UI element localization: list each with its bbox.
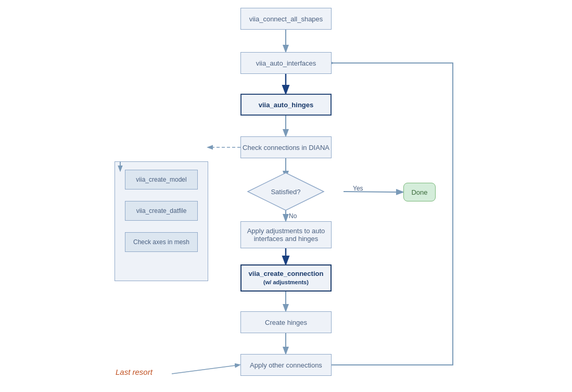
last-resort-label: Last resort xyxy=(116,368,152,376)
node-auto-hinges: viia_auto_hinges xyxy=(240,94,332,116)
flowchart: viia_connect_all_shapes viia_auto_interf… xyxy=(0,0,572,392)
node-auto-interfaces: viia_auto_interfaces xyxy=(240,52,332,74)
node-check-connections: Check connections in DIANA xyxy=(240,136,332,158)
node-connect-all-shapes: viia_connect_all_shapes xyxy=(240,8,332,30)
subflow-container: viia_create_model viia_create_datfile Ch… xyxy=(115,161,208,281)
